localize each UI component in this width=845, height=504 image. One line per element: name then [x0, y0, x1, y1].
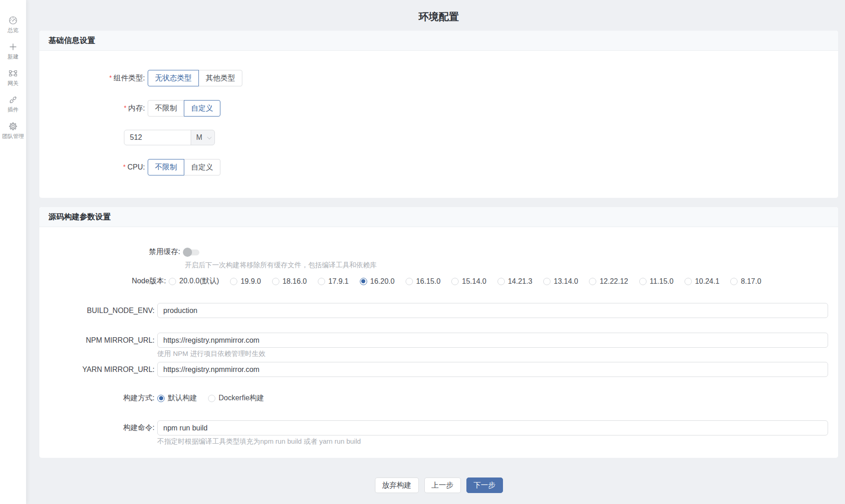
node-version-radio[interactable]: 17.9.1: [318, 277, 348, 286]
cpu-row: CPU: 不限制 自定义: [39, 159, 838, 175]
sidebar-item-gateway[interactable]: 网关: [8, 69, 19, 87]
sidebar-item-overview[interactable]: 总览: [8, 16, 19, 34]
node-version-option-label: 18.16.0: [283, 277, 307, 286]
sidebar-item-new[interactable]: 新建: [8, 42, 19, 61]
node-version-option-label: 10.24.1: [695, 277, 719, 286]
yarn-mirror-url-input[interactable]: [157, 362, 828, 377]
node-version-option-label: 14.21.3: [508, 277, 532, 286]
cpu-option-unlimited[interactable]: 不限制: [148, 159, 184, 175]
node-version-option-label: 16.20.0: [370, 277, 395, 286]
radio-icon: [272, 278, 279, 285]
node-version-radio[interactable]: 16.15.0: [406, 277, 440, 286]
memory-option-unlimited[interactable]: 不限制: [148, 100, 184, 117]
radio-icon: [589, 278, 596, 285]
build-node-env-label: BUILD_NODE_ENV:: [39, 307, 157, 315]
build-command-row: 构建命令:: [39, 420, 838, 435]
radio-icon: [406, 278, 413, 285]
build-node-env-row: BUILD_NODE_ENV:: [39, 303, 838, 318]
node-version-option-label: 20.0.0(默认): [179, 276, 219, 286]
build-method-label: 构建方式:: [39, 393, 157, 403]
node-version-radio[interactable]: 11.15.0: [639, 277, 674, 286]
build-node-env-input[interactable]: [157, 303, 828, 318]
node-version-option-label: 8.17.0: [741, 277, 761, 286]
radio-icon: [543, 278, 551, 285]
node-version-option-label: 17.9.1: [328, 277, 348, 286]
node-version-radio[interactable]: 12.22.12: [589, 277, 628, 286]
node-version-radio[interactable]: 15.14.0: [451, 277, 486, 286]
build-params-card-title: 源码构建参数设置: [39, 207, 838, 227]
disable-cache-help: 开启后下一次构建将移除所有缓存文件，包括编译工具和依赖库: [185, 261, 377, 270]
node-version-radio[interactable]: 18.16.0: [272, 277, 307, 286]
component-type-segmented: 无状态类型 其他类型: [148, 70, 242, 86]
gateway-icon: [8, 69, 18, 78]
prev-step-button[interactable]: 上一步: [424, 477, 461, 493]
node-version-option-label: 19.9.0: [241, 277, 261, 286]
memory-unit-value: M: [196, 133, 202, 142]
component-type-option-stateless[interactable]: 无状态类型: [148, 70, 199, 86]
component-type-label: 组件类型:: [39, 74, 148, 83]
component-type-row: 组件类型: 无状态类型 其他类型: [39, 70, 838, 86]
build-command-input[interactable]: [157, 420, 828, 435]
npm-mirror-help: 使用 NPM 进行项目依赖管理时生效: [157, 350, 266, 358]
node-version-radio[interactable]: 14.21.3: [497, 277, 532, 286]
basic-info-card: 基础信息设置 组件类型: 无状态类型 其他类型 内存: 不限制 自定义 M CP…: [39, 30, 839, 198]
memory-value-input[interactable]: [124, 130, 191, 145]
npm-mirror-url-input[interactable]: [157, 333, 828, 348]
cpu-option-custom[interactable]: 自定义: [184, 159, 220, 175]
chevron-down-icon: [207, 135, 212, 139]
plug-icon: [8, 95, 18, 105]
build-method-option-label: 默认构建: [168, 393, 197, 403]
radio-icon: [730, 278, 738, 285]
node-version-radio[interactable]: 10.24.1: [685, 277, 719, 286]
memory-segmented: 不限制 自定义: [148, 100, 220, 117]
node-version-option-label: 11.15.0: [650, 277, 674, 286]
memory-size-group: M: [124, 130, 215, 145]
radio-icon: [497, 278, 505, 285]
abandon-build-button[interactable]: 放弃构建: [375, 477, 419, 493]
node-version-option-label: 16.15.0: [416, 277, 440, 286]
sidebar-item-plugin[interactable]: 插件: [8, 95, 19, 114]
radio-icon: [639, 278, 647, 285]
memory-unit-select[interactable]: M: [191, 130, 215, 145]
sidebar-item-label: 新建: [8, 53, 19, 61]
component-type-option-other[interactable]: 其他类型: [198, 70, 242, 86]
radio-checked-icon: [157, 395, 165, 402]
disable-cache-toggle[interactable]: [183, 248, 200, 257]
disable-cache-label: 禁用缓存:: [39, 247, 183, 257]
footer-actions: 放弃构建 上一步 下一步: [39, 477, 839, 493]
memory-option-custom[interactable]: 自定义: [184, 100, 220, 117]
sidebar: 总览 新建 网关: [0, 0, 26, 504]
node-version-radio[interactable]: 16.20.0: [360, 277, 395, 286]
cpu-label: CPU:: [39, 163, 148, 171]
yarn-mirror-row: YARN MIRROR_URL:: [39, 362, 838, 377]
node-version-label: Node版本:: [39, 276, 169, 286]
radio-icon: [208, 395, 215, 402]
build-method-radio-dockerfile[interactable]: Dockerfie构建: [208, 393, 264, 403]
radio-checked-icon: [360, 278, 367, 285]
node-version-radio[interactable]: 13.14.0: [543, 277, 578, 286]
radio-icon: [685, 278, 692, 285]
sidebar-item-label: 总览: [8, 27, 19, 34]
memory-label: 内存:: [39, 104, 148, 113]
sidebar-item-label: 网关: [8, 80, 19, 87]
node-version-row: Node版本: 20.0.0(默认) 19.9.0 18.16.0 17.9.1…: [39, 276, 838, 286]
sidebar-item-label: 团队管理: [2, 133, 24, 140]
radio-icon: [318, 278, 325, 285]
node-version-option-label: 15.14.0: [462, 277, 486, 286]
basic-info-card-title: 基础信息设置: [39, 31, 838, 51]
dashboard-icon: [8, 16, 18, 25]
build-command-help: 不指定时根据编译工具类型填充为npm run build 或者 yarn run…: [157, 437, 361, 446]
node-version-radio[interactable]: 8.17.0: [730, 277, 761, 286]
build-method-option-label: Dockerfie构建: [219, 393, 264, 403]
next-step-button[interactable]: 下一步: [466, 477, 503, 493]
build-method-radio-default[interactable]: 默认构建: [157, 393, 197, 403]
build-method-row: 构建方式: 默认构建 Dockerfie构建: [39, 393, 838, 403]
node-version-radio[interactable]: 19.9.0: [230, 277, 261, 286]
node-version-radio[interactable]: 20.0.0(默认): [169, 276, 219, 286]
page-title: 环境配置: [39, 10, 839, 24]
radio-icon: [230, 278, 237, 285]
sidebar-item-team-management[interactable]: 团队管理: [2, 122, 24, 140]
plus-icon: [8, 42, 18, 52]
toggle-knob: [183, 248, 192, 257]
radio-icon: [451, 278, 459, 285]
